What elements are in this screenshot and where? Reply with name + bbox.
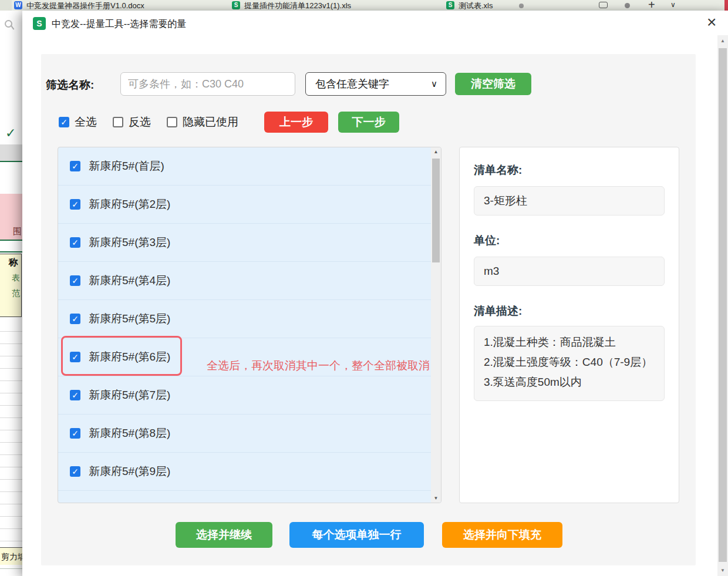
floor-row[interactable]: ✓ 新康府5#(第2层) [58, 186, 432, 224]
scroll-down-icon[interactable]: ▼ [431, 496, 441, 501]
tab-bar-left-segment [0, 0, 12, 11]
hide-used-checkbox[interactable] [167, 117, 177, 127]
select-and-fill-down-button[interactable]: 选择并向下填充 [442, 522, 562, 548]
plugin-logo-icon: S [33, 17, 46, 30]
floor-row[interactable]: ✓ 新康府5#(第9层) [58, 453, 432, 491]
new-tab-icon[interactable]: + [648, 0, 655, 12]
floor-list: ✓ 新康府5#(首层) ✓ 新康府5#(第2层) ✓ 新康府5#(第3层) ✓ … [58, 147, 441, 503]
next-step-button[interactable]: 下一步 [338, 112, 399, 133]
floor-checkbox[interactable]: ✓ [70, 314, 80, 324]
floor-label: 新康府5#(首层) [89, 159, 164, 174]
match-mode-value: 包含任意关键字 [315, 78, 389, 90]
floor-label: 新康府5#(第6层) [89, 349, 170, 365]
floor-label: 新康府5#(第8层) [89, 426, 170, 441]
dialog-scrollbar[interactable]: ▲ ▼ [717, 35, 728, 576]
floor-checkbox[interactable]: ✓ [70, 390, 80, 400]
desc-line: 2.混凝土强度等级：C40（7-9层） [484, 352, 655, 372]
list-name-value: 3-矩形柱 [474, 186, 665, 215]
select-all-label[interactable]: 全选 [75, 114, 97, 130]
floor-label: 新康府5#(第9层) [89, 464, 170, 479]
spreadsheet-icon: S [232, 1, 240, 9]
spreadsheet-icon: S [446, 1, 454, 9]
desc-line: 3.泵送高度50m以内 [484, 372, 655, 392]
unit-value: m3 [474, 257, 665, 286]
excel-check-icon: ✓ [5, 126, 16, 141]
dialog-scrollbar-thumb[interactable] [719, 48, 727, 562]
each-option-own-line-button[interactable]: 每个选项单独一行 [289, 522, 424, 548]
scroll-up-icon[interactable]: ▲ [431, 149, 441, 154]
scroll-up-icon[interactable]: ▲ [717, 38, 728, 43]
floor-label: 新康府5#(第2层) [89, 197, 170, 212]
chevron-down-icon: ∨ [431, 73, 437, 95]
floor-checkbox[interactable]: ✓ [70, 352, 80, 362]
dialog-title: 中竞发--提量工具--选择需要的量 [52, 18, 186, 31]
tab-list-chevron-icon[interactable]: ∨ [670, 1, 676, 9]
excel-green-line [0, 251, 22, 252]
desc-value: 1.混凝土种类：商品混凝土 2.混凝土强度等级：C40（7-9层） 3.泵送高度… [474, 326, 665, 401]
excel-cell-text: 表 [12, 273, 20, 284]
invert-label[interactable]: 反选 [129, 114, 151, 130]
list-name-label: 清单名称: [474, 163, 665, 178]
excel-gray-band [0, 144, 22, 162]
invert-checkbox[interactable] [113, 117, 123, 127]
excel-bottom-line [0, 568, 22, 569]
tab-label[interactable]: 中竞发提量神器操作手册V1.0.docx [26, 1, 144, 11]
floor-label: 新康府5#(第3层) [89, 235, 170, 250]
excel-yellow-cell: 称 表 范 [0, 254, 22, 317]
floor-row[interactable]: ✓ 新康府5#(首层) [58, 147, 432, 186]
hide-used-label[interactable]: 隐藏已使用 [183, 114, 238, 130]
desc-label: 清单描述: [474, 304, 665, 319]
tab-label[interactable]: 提量插件功能清单1223v1(1).xls [244, 1, 351, 11]
floor-row[interactable]: ✓ 新康府5#(第7层) [58, 376, 432, 415]
select-and-continue-button[interactable]: 选择并继续 [176, 522, 272, 548]
floor-row[interactable]: ✓ 新康府5#(第8层) [58, 415, 432, 453]
annotation-text: 全选后，再次取消其中一个，整个全部被取消 [207, 358, 430, 373]
list-scrollbar-thumb[interactable] [432, 159, 440, 262]
floor-checkbox[interactable]: ✓ [70, 237, 80, 248]
excel-cell-text: 称 [9, 257, 18, 269]
record-dot-icon[interactable] [625, 3, 630, 8]
word-doc-icon: W [14, 1, 22, 9]
floor-checkbox[interactable]: ✓ [70, 199, 80, 210]
excel-cell-text: 范 [12, 288, 20, 299]
select-all-checkbox[interactable]: ✓ [59, 117, 69, 127]
floor-checkbox[interactable]: ✓ [70, 161, 80, 171]
filter-input[interactable] [120, 72, 295, 96]
restore-window-icon[interactable] [599, 2, 608, 8]
tab-modified-dot [519, 4, 524, 8]
clear-filter-button[interactable]: 清空筛选 [455, 73, 531, 95]
floor-checkbox[interactable]: ✓ [70, 466, 80, 477]
floor-label: 新康府5#(第4层) [89, 273, 170, 288]
floor-label: 新康府5#(第5层) [89, 311, 170, 326]
clip-icon-tail [11, 25, 15, 30]
unit-label: 单位: [474, 233, 665, 248]
list-scrollbar[interactable]: ▲ ▼ [431, 147, 441, 503]
quantity-tool-dialog: S 中竞发--提量工具--选择需要的量 × 筛选名称: 包含任意关键字 ∨ 清空… [22, 11, 728, 576]
floor-row[interactable]: ✓ 新康府5#(第4层) [58, 262, 432, 300]
prev-step-button[interactable]: 上一步 [264, 112, 328, 133]
floor-label: 新康府5#(第7层) [89, 388, 170, 403]
floor-checkbox[interactable]: ✓ [70, 275, 80, 286]
excel-pink-band: 围 [0, 194, 22, 241]
selection-bar: ✓ 全选 反选 隐藏已使用 上一步 下一步 [59, 112, 399, 133]
excel-bottom-cell: 剪力墙 [0, 547, 22, 565]
excel-cell-text: 围 [13, 226, 22, 237]
close-icon[interactable]: × [707, 14, 716, 31]
floor-row[interactable]: ✓ 新康府5#(第5层) [58, 300, 432, 338]
excel-grid-rows [0, 319, 22, 546]
desc-line: 1.混凝土种类：商品混凝土 [484, 332, 655, 352]
match-mode-select[interactable]: 包含任意关键字 ∨ [305, 72, 446, 96]
detail-panel: 清单名称: 3-矩形柱 单位: m3 清单描述: 1.混凝土种类：商品混凝土 2… [459, 147, 679, 503]
document-tab-bar: W 中竞发提量神器操作手册V1.0.docx S 提量插件功能清单1223v1(… [0, 0, 728, 11]
floor-row[interactable]: ✓ 新康府5#(第3层) [58, 224, 432, 262]
scroll-down-icon[interactable]: ▼ [717, 568, 728, 573]
background-spreadsheet-strip: ✓ 围 称 表 范 剪力墙 [0, 11, 22, 576]
window-close-sliver[interactable] [724, 0, 728, 11]
tab-label[interactable]: 测试表.xls [459, 1, 493, 11]
filter-name-label: 筛选名称: [46, 78, 94, 93]
floor-checkbox[interactable]: ✓ [70, 428, 80, 439]
